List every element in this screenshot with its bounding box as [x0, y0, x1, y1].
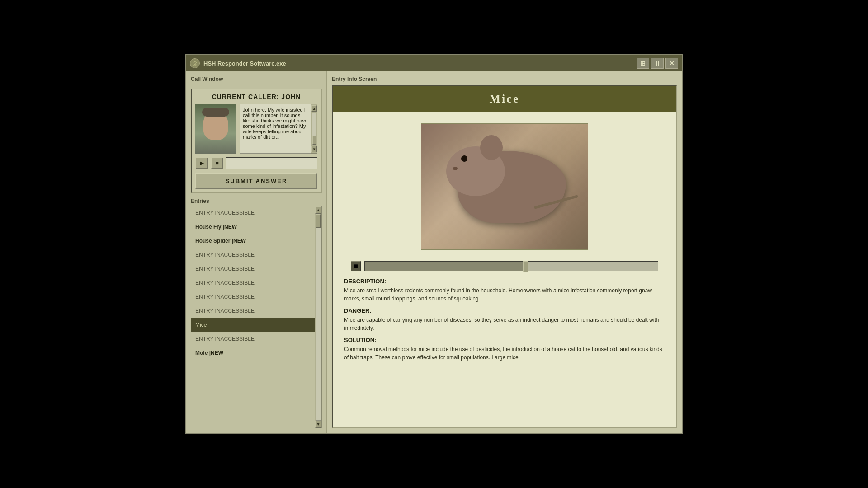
entries-scroll-container: ENTRY INACCESSIBLE House Fly | NEW House…	[191, 206, 322, 428]
description-label: DESCRIPTION:	[344, 278, 665, 285]
solution-text: Common removal methods for mice include …	[344, 345, 665, 361]
mouse-ear	[480, 135, 503, 160]
new-badge: NEW	[233, 238, 246, 244]
list-item[interactable]: ENTRY INACCESSIBLE	[191, 276, 315, 290]
entry-title: Mice	[490, 92, 520, 105]
list-item[interactable]: ENTRY INACCESSIBLE	[191, 290, 315, 304]
caller-photo	[195, 104, 236, 154]
caller-text: John here. My wife insisted I call this …	[240, 104, 311, 154]
danger-section: DANGER: Mice are capable of carrying any…	[342, 307, 667, 332]
list-item[interactable]: ENTRY INACCESSIBLE	[191, 206, 315, 220]
entries-scroll-up[interactable]: ▲	[315, 206, 321, 214]
list-item[interactable]: Mole | NEW	[191, 346, 315, 360]
description-section: DESCRIPTION: Mice are small worthless ro…	[342, 278, 667, 303]
entry-image-container	[342, 119, 667, 254]
entry-screen-label: Entry Info Screen	[332, 76, 677, 82]
entry-screen: Mice	[332, 85, 677, 428]
left-panel: Call Window CURRENT CALLER: JOHN John he…	[186, 71, 326, 433]
app-title: HSH Responder Software.exe	[203, 60, 633, 67]
pause-button[interactable]: ⏸	[651, 58, 664, 69]
entries-scroll-track[interactable]	[316, 214, 321, 421]
scroll-track[interactable]	[312, 113, 316, 145]
solution-section: SOLUTION: Common removal methods for mic…	[342, 337, 667, 361]
entries-panel: Entries ENTRY INACCESSIBLE House Fly | N…	[191, 198, 322, 428]
play-button[interactable]: ▶	[195, 157, 208, 169]
caller-face	[195, 104, 236, 154]
list-item[interactable]: ENTRY INACCESSIBLE	[191, 262, 315, 276]
close-button[interactable]: ✕	[665, 58, 678, 69]
window-controls: ⊞ ⏸ ✕	[637, 58, 678, 69]
danger-text: Mice are capable of carrying any number …	[344, 316, 665, 332]
minimize-button[interactable]: ⊞	[637, 58, 649, 69]
audio-stop-button[interactable]: ■	[351, 261, 361, 271]
caller-info: John here. My wife insisted I call this …	[195, 104, 317, 154]
solution-label: SOLUTION:	[344, 337, 665, 343]
main-content: Call Window CURRENT CALLER: JOHN John he…	[186, 71, 682, 433]
entries-scrollbar[interactable]: ▲ ▼	[315, 206, 322, 428]
entries-scroll-thumb[interactable]	[316, 214, 321, 228]
title-bar: ◎ HSH Responder Software.exe ⊞ ⏸ ✕	[186, 55, 682, 71]
mouse-nose	[453, 167, 458, 170]
caller-text-scrollbar[interactable]: ▲ ▼	[311, 104, 317, 154]
new-badge: NEW	[224, 224, 237, 230]
description-text: Mice are small worthless rodents commonl…	[344, 286, 665, 303]
danger-label: DANGER:	[344, 307, 665, 314]
scroll-thumb[interactable]	[312, 136, 316, 145]
audio-player: ■	[342, 261, 667, 271]
list-item[interactable]: House Spider | NEW	[191, 234, 315, 248]
media-controls: ▶ ■	[195, 157, 317, 169]
list-item-mice[interactable]: Mice	[191, 318, 315, 332]
answer-input[interactable]	[226, 157, 317, 169]
entries-list: ENTRY INACCESSIBLE House Fly | NEW House…	[191, 206, 315, 428]
call-window-label: Call Window	[191, 76, 322, 82]
call-window: CURRENT CALLER: JOHN John here. My wife …	[191, 89, 322, 193]
scroll-up-arrow[interactable]: ▲	[311, 105, 317, 112]
new-badge: NEW	[211, 350, 223, 356]
list-item[interactable]: ENTRY INACCESSIBLE	[191, 332, 315, 346]
mouse-eye	[461, 155, 467, 162]
app-window: ◎ HSH Responder Software.exe ⊞ ⏸ ✕ Call …	[185, 54, 683, 434]
right-panel: Entry Info Screen Mice	[326, 71, 682, 433]
list-item[interactable]: ENTRY INACCESSIBLE	[191, 304, 315, 318]
entries-label: Entries	[191, 198, 322, 204]
audio-progress-fill	[365, 262, 526, 271]
submit-answer-button[interactable]: SUBMIT ANSWER	[195, 173, 317, 189]
entries-scroll-down[interactable]: ▼	[315, 421, 321, 428]
caller-header: CURRENT CALLER: JOHN	[195, 93, 317, 100]
stop-button[interactable]: ■	[211, 157, 223, 169]
list-item[interactable]: ENTRY INACCESSIBLE	[191, 248, 315, 262]
audio-progress-bar[interactable]	[364, 261, 658, 271]
audio-handle[interactable]	[523, 261, 528, 272]
app-icon: ◎	[190, 58, 200, 68]
entry-title-bar: Mice	[333, 86, 676, 112]
entry-content: ■ DESCRIPTION: Mice are small worthless …	[333, 112, 676, 427]
entry-image	[421, 123, 588, 250]
scroll-down-arrow[interactable]: ▼	[311, 146, 317, 152]
list-item[interactable]: House Fly | NEW	[191, 220, 315, 234]
